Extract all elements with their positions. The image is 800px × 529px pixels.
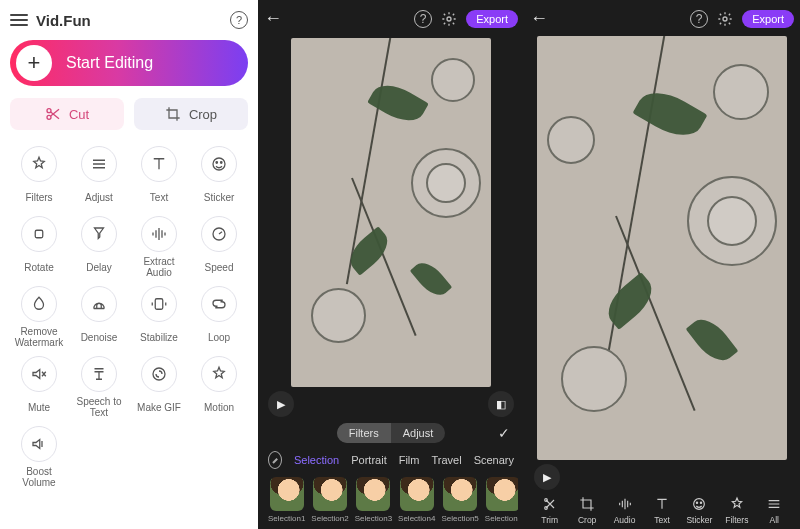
category-film[interactable]: Film [399,454,420,466]
tool-label: Rotate [24,256,53,278]
tool-label: Mute [28,396,50,418]
thumb-label: Selection1 [268,514,305,523]
svg-point-0 [47,109,51,113]
preview-viewport [291,38,491,387]
tool-label: Text [150,186,168,208]
topbar: ← ? Export [530,8,794,30]
tool-mute[interactable]: Mute [10,354,68,420]
help-icon[interactable]: ? [690,10,708,28]
help-icon[interactable]: ? [414,10,432,28]
extract-audio-icon [141,216,177,252]
tool-boost-volume[interactable]: Boost Volume [10,424,68,490]
category-scenary[interactable]: Scenary [474,454,514,466]
tool-label: Speed [205,256,234,278]
play-button[interactable]: ▶ [268,391,294,417]
menu-icon[interactable] [10,14,28,26]
tool-rotate[interactable]: Rotate [10,214,68,280]
svg-point-4 [221,162,223,164]
text-icon [141,146,177,182]
back-icon[interactable]: ← [264,8,286,29]
bottom-tool-all[interactable]: All [757,496,792,525]
editor-main-panel: ← ? Export ▶ TrimCropAudioTextStickerFil… [524,0,800,529]
tool-label: Denoise [81,326,118,348]
tool-denoise[interactable]: Denoise [70,284,128,350]
export-button[interactable]: Export [466,10,518,28]
start-editing-button[interactable]: + Start Editing [10,40,248,86]
category-travel[interactable]: Travel [431,454,461,466]
filter-thumb[interactable]: Selection1 [268,477,305,523]
svg-point-3 [216,162,218,164]
all-icon [766,496,782,512]
filter-thumb[interactable]: Selection4 [398,477,435,523]
brand-row: Vid.Fun ? [10,8,248,32]
app-title: Vid.Fun [36,12,222,29]
tool-sticker[interactable]: Sticker [190,144,248,210]
bottom-tool-filters[interactable]: Filters [719,496,754,525]
thumb-image [443,477,477,511]
play-button[interactable]: ▶ [534,464,560,490]
category-portrait[interactable]: Portrait [351,454,386,466]
filter-thumb-row: Selection1Selection2Selection3Selection4… [264,477,518,523]
compare-button[interactable]: ◧ [488,391,514,417]
text-icon [654,496,670,512]
tool-delay[interactable]: Delay [70,214,128,280]
back-icon[interactable]: ← [530,8,552,29]
bottom-tool-text[interactable]: Text [644,496,679,525]
topbar: ← ? Export [264,8,518,30]
thumb-image [400,477,434,511]
tool-stabilize[interactable]: Stabilize [130,284,188,350]
settings-icon[interactable] [716,10,734,28]
thumb-image [270,477,304,511]
crop-icon [579,496,595,512]
svg-point-9 [447,17,451,21]
crop-icon [165,106,181,122]
tool-label: Speech toText [76,396,121,418]
category-selection[interactable]: Selection [294,454,339,466]
none-icon[interactable] [268,451,282,469]
remove-watermark-icon [21,286,57,322]
scissors-icon [45,106,61,122]
tool-label: RemoveWatermark [15,326,64,348]
tool-label: Loop [208,326,230,348]
tool-loop[interactable]: Loop [190,284,248,350]
tool-label: Stabilize [140,326,178,348]
filter-thumb[interactable]: Selection2 [311,477,348,523]
filter-thumb[interactable]: Selection5 [441,477,478,523]
tool-text[interactable]: Text [130,144,188,210]
tab-filters[interactable]: Filters [337,423,391,443]
bottom-tool-sticker[interactable]: Sticker [682,496,717,525]
svg-point-10 [723,17,727,21]
help-icon[interactable]: ? [230,11,248,29]
tool-speed[interactable]: Speed [190,214,248,280]
export-button[interactable]: Export [742,10,794,28]
filter-thumb[interactable]: Selection3 [355,477,392,523]
cut-button[interactable]: Cut [10,98,124,130]
tool-speech-to-text[interactable]: Speech toText [70,354,128,420]
crop-button[interactable]: Crop [134,98,248,130]
tool-remove-watermark[interactable]: RemoveWatermark [10,284,68,350]
confirm-icon[interactable]: ✓ [498,425,510,441]
btool-label: Sticker [686,515,712,525]
motion-icon [201,356,237,392]
stabilize-icon [141,286,177,322]
bottom-tool-audio[interactable]: Audio [607,496,642,525]
settings-icon[interactable] [440,10,458,28]
svg-rect-7 [155,299,163,310]
tool-filters[interactable]: Filters [10,144,68,210]
tool-extract-audio[interactable]: Extract Audio [130,214,188,280]
home-panel: Vid.Fun ? + Start Editing Cut Crop Filte… [0,0,258,529]
tool-motion[interactable]: Motion [190,354,248,420]
bottom-tool-trim[interactable]: Trim [532,496,567,525]
filter-category-row: SelectionPortraitFilmTravelScenary [264,451,518,469]
tab-adjust[interactable]: Adjust [391,423,446,443]
trim-icon [542,496,558,512]
boost-volume-icon [21,426,57,462]
tool-make-gif[interactable]: Make GIF [130,354,188,420]
tool-label: Adjust [85,186,113,208]
cut-label: Cut [69,107,89,122]
filter-adjust-tabs: Filters Adjust ✓ [264,423,518,443]
bottom-tool-crop[interactable]: Crop [569,496,604,525]
tool-adjust[interactable]: Adjust [70,144,128,210]
tool-label: Delay [86,256,112,278]
filter-thumb[interactable]: Selection6 [485,477,518,523]
